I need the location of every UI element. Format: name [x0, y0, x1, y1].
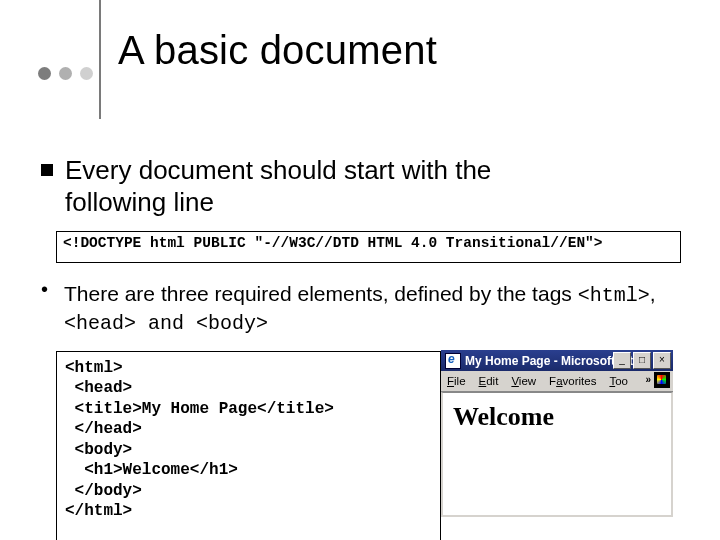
slide: A basic document Every document should s… [0, 0, 720, 540]
bullet-2-mid1: , [650, 282, 656, 305]
menu-favorites[interactable]: Favorites [549, 375, 596, 387]
menu-edit[interactable]: Edit [479, 375, 499, 387]
dot-icon [80, 67, 93, 80]
browser-menu-bar: File Edit View Favorites Too » [441, 371, 673, 392]
dot-icon [38, 67, 51, 80]
menu-tools[interactable]: Too [609, 375, 628, 387]
vertical-divider [99, 0, 101, 119]
menu-file[interactable]: File [447, 375, 466, 387]
bullet-2-mid2: and [136, 312, 196, 335]
doctype-code-box: <!DOCTYPE html PUBLIC "-//W3C//DTD HTML … [56, 231, 681, 263]
menu-view[interactable]: View [511, 375, 536, 387]
decorative-dots [38, 67, 93, 80]
minimize-button[interactable]: _ [613, 352, 631, 369]
bullet-1: Every document should start with the fol… [41, 155, 491, 218]
bullet-2-pre: There are three required elements, defin… [64, 282, 578, 305]
window-buttons: _ □ × [613, 352, 671, 369]
tag-body: <body> [196, 312, 268, 335]
code-example-box: <html> <head> <title>My Home Page</title… [56, 351, 441, 540]
maximize-button[interactable]: □ [633, 352, 651, 369]
bullet-2: • There are three required elements, def… [40, 281, 704, 336]
browser-window: My Home Page - Microsoft Int… _ □ × File… [441, 350, 673, 498]
windows-logo-icon [654, 372, 670, 388]
bullet-2-text: There are three required elements, defin… [64, 281, 704, 336]
tag-head: <head> [64, 312, 136, 335]
bullet-1-text: Every document should start with the fol… [65, 155, 491, 218]
bullet-1-line2: following line [65, 187, 214, 217]
bullet-1-line1: Every document should start with the [65, 155, 491, 185]
slide-title: A basic document [118, 28, 437, 73]
dot-icon [59, 67, 72, 80]
browser-viewport: Welcome [441, 392, 673, 517]
ie-logo-icon [445, 353, 461, 369]
close-button[interactable]: × [653, 352, 671, 369]
overflow-chevron-icon[interactable]: » [645, 374, 651, 385]
browser-titlebar: My Home Page - Microsoft Int… _ □ × [441, 350, 673, 371]
square-bullet-icon [41, 164, 53, 176]
tag-html: <html> [578, 284, 650, 307]
page-heading: Welcome [453, 402, 661, 432]
